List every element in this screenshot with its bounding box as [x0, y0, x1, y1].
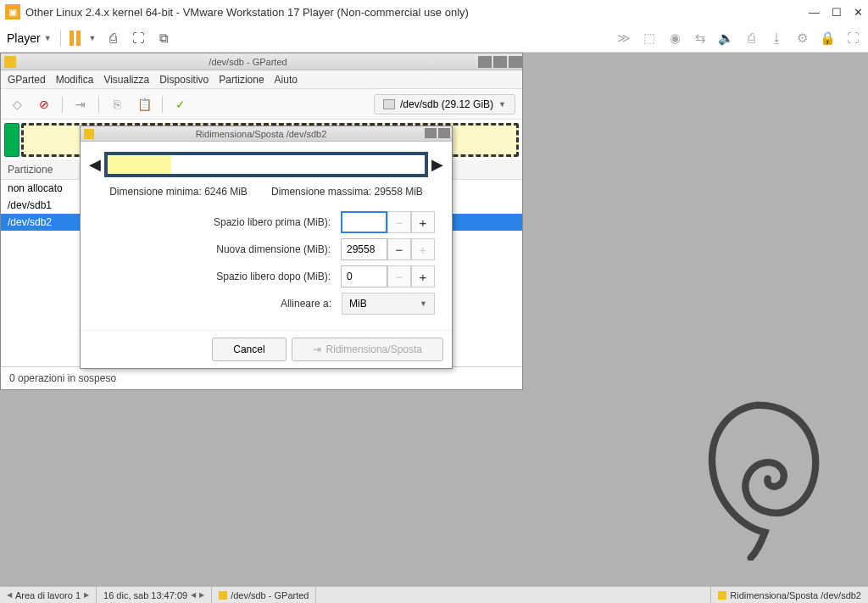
- cd-icon[interactable]: ◉: [666, 31, 683, 46]
- vmware-logo-icon: ▣: [5, 4, 20, 20]
- task-resize-dialog[interactable]: Ridimensiona/Sposta /dev/sdb2: [710, 587, 868, 603]
- partition1-graphic[interactable]: [4, 123, 19, 157]
- triangle-right-icon: ▶: [199, 591, 204, 599]
- apply-icon[interactable]: ✓: [171, 95, 190, 114]
- align-label: Allineare a:: [97, 298, 342, 310]
- triangle-left-icon: ◀: [7, 591, 12, 599]
- menu-help[interactable]: Aiuto: [275, 74, 298, 86]
- workspace-switcher[interactable]: ◀ Area di lavoro 1 ▶: [0, 587, 97, 603]
- gparted-titlebar[interactable]: /dev/sdb - GParted: [1, 53, 522, 70]
- separator: [62, 96, 63, 113]
- cancel-label: Cancel: [233, 343, 264, 355]
- device-selector[interactable]: /dev/sdb (29.12 GiB) ▼: [374, 94, 515, 114]
- minus-button[interactable]: −: [387, 265, 411, 288]
- new-icon[interactable]: ◇: [8, 95, 26, 114]
- task-label: /dev/sdb - GParted: [231, 590, 309, 600]
- app-icon: [219, 591, 227, 600]
- device-label: /dev/sdb (29.12 GiB): [400, 98, 493, 110]
- clock[interactable]: 16 dic, sab 13:47:09 ◀ ▶: [97, 587, 212, 603]
- printer-icon[interactable]: ⎙: [743, 31, 760, 46]
- app-icon: [4, 56, 16, 68]
- menu-view[interactable]: Visualizza: [103, 74, 149, 86]
- paste-icon[interactable]: 📋: [135, 95, 153, 114]
- taskbar: ◀ Area di lavoro 1 ▶ 16 dic, sab 13:47:0…: [0, 586, 868, 603]
- dialog-titlebar[interactable]: Ridimensiona/Sposta /dev/sdb2: [81, 126, 452, 142]
- partition-name: /dev/sdb2: [8, 216, 52, 228]
- gparted-title: /dev/sdb - GParted: [19, 57, 476, 67]
- gear-icon[interactable]: ⚙: [793, 31, 810, 46]
- download-icon[interactable]: ⭳: [768, 31, 785, 46]
- dialog-title: Ridimensiona/Sposta /dev/sdb2: [97, 129, 425, 139]
- disk-icon[interactable]: ⬚: [641, 31, 658, 46]
- arrow-right-icon[interactable]: ▶: [431, 155, 443, 174]
- minimize-button[interactable]: —: [809, 6, 820, 19]
- resize-icon[interactable]: ⇥: [71, 95, 90, 114]
- new-size-input[interactable]: [341, 238, 387, 260]
- close-icon[interactable]: [509, 56, 522, 68]
- confirm-label: Ridimensiona/Sposta: [326, 343, 422, 355]
- datetime-label: 16 dic, sab 13:47:09: [103, 590, 187, 600]
- unity-icon[interactable]: ⧉: [156, 31, 173, 46]
- resize-move-button[interactable]: ⇥ Ridimensiona/Sposta: [292, 338, 443, 361]
- separator: [98, 96, 99, 113]
- vmware-titlebar: ▣ Other Linux 2.4.x kernel 64-bit - VMwa…: [0, 0, 868, 24]
- new-size-label: Nuova dimensione (MiB):: [97, 243, 341, 255]
- resize-slider[interactable]: [104, 152, 428, 177]
- triangle-right-icon: ▶: [84, 591, 89, 599]
- chevron-down-icon[interactable]: ▼: [89, 34, 97, 42]
- chevron-down-icon: ▼: [44, 34, 52, 42]
- fastforward-icon[interactable]: ≫: [615, 31, 632, 46]
- max-icon[interactable]: [425, 128, 437, 138]
- send-keys-icon[interactable]: ⎙: [105, 31, 122, 46]
- free-after-label: Spazio libero dopo (MiB):: [97, 271, 341, 282]
- free-before-input[interactable]: [341, 211, 387, 233]
- guest-desktop: /dev/sdb - GParted GParted Modifica Visu…: [0, 53, 868, 586]
- separator: [60, 30, 61, 47]
- player-menu[interactable]: Player ▼: [7, 31, 52, 45]
- minus-button[interactable]: −: [387, 238, 411, 260]
- triangle-left-icon: ◀: [191, 591, 196, 599]
- maximize-button[interactable]: ☐: [832, 6, 842, 19]
- network-icon[interactable]: ⇆: [692, 31, 709, 46]
- close-button[interactable]: ✕: [854, 6, 863, 19]
- fullscreen2-icon[interactable]: ⛶: [844, 31, 861, 46]
- plus-button[interactable]: +: [411, 265, 435, 288]
- workspace-label: Area di lavoro 1: [15, 590, 81, 600]
- delete-icon[interactable]: ⊘: [35, 95, 53, 114]
- partition-name: non allocato: [8, 182, 63, 194]
- vmware-title: Other Linux 2.4.x kernel 64-bit - VMware…: [25, 6, 809, 19]
- copy-icon[interactable]: ⎘: [108, 95, 126, 114]
- menu-partition[interactable]: Partizione: [219, 74, 264, 86]
- separator: [162, 96, 163, 113]
- gparted-menubar: GParted Modifica Visualizza Dispositivo …: [1, 70, 522, 89]
- max-size-label: Dimensione massima: 29558 MiB: [271, 186, 423, 198]
- menu-edit[interactable]: Modifica: [56, 74, 94, 86]
- resize-dialog: Ridimensiona/Sposta /dev/sdb2 ◀ ▶ Dimens…: [80, 126, 453, 369]
- sound-icon[interactable]: 🔈: [717, 31, 734, 46]
- menu-gparted[interactable]: GParted: [8, 74, 46, 86]
- col-header-partition[interactable]: Partizione: [1, 160, 86, 179]
- pause-icon[interactable]: [70, 31, 81, 46]
- partition-name: /dev/sdb1: [8, 199, 52, 211]
- vmware-toolbar: Player ▼ ▼ ⎙ ⛶ ⧉ ≫ ⬚ ◉ ⇆ 🔈 ⎙ ⭳ ⚙ 🔒 ⛶: [0, 24, 868, 53]
- cancel-button[interactable]: Cancel: [212, 338, 286, 361]
- fullscreen-icon[interactable]: ⛶: [131, 31, 147, 46]
- lock-icon[interactable]: 🔒: [819, 31, 836, 46]
- plus-button[interactable]: +: [411, 238, 435, 260]
- min-icon[interactable]: [478, 56, 492, 68]
- used-region: [108, 155, 171, 174]
- free-after-input[interactable]: [341, 265, 387, 288]
- resize-icon: ⇥: [313, 343, 321, 355]
- disk-icon: [383, 99, 395, 109]
- plus-button[interactable]: +: [411, 211, 435, 233]
- task-label: Ridimensiona/Sposta /dev/sdb2: [730, 590, 861, 600]
- task-gparted[interactable]: /dev/sdb - GParted: [212, 587, 316, 603]
- minus-button[interactable]: −: [387, 211, 411, 233]
- close-icon[interactable]: [438, 128, 450, 138]
- pending-operations: 0 operazioni in sospeso: [1, 366, 522, 389]
- max-icon[interactable]: [493, 56, 507, 68]
- arrow-left-icon[interactable]: ◀: [89, 155, 101, 174]
- free-before-label: Spazio libero prima (MiB):: [97, 216, 341, 228]
- align-select[interactable]: MiB ▼: [342, 293, 435, 315]
- menu-device[interactable]: Dispositivo: [159, 74, 209, 86]
